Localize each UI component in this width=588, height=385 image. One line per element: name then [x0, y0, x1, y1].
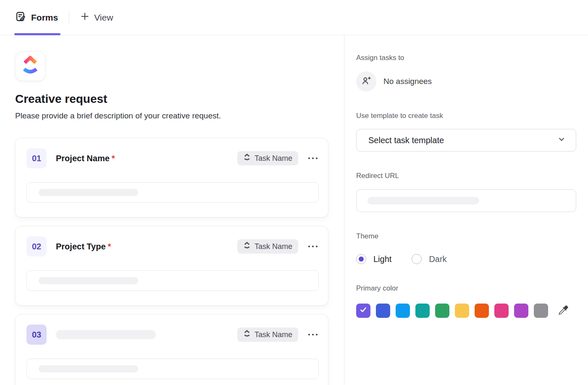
chevron-down-icon	[557, 135, 566, 145]
task-template-label: Use template to create task	[356, 112, 576, 120]
tab-add-view[interactable]: View	[80, 0, 113, 35]
more-options-button[interactable]	[307, 157, 319, 160]
form-settings-panel: Assign tasks to No assignees Use templat…	[344, 35, 588, 385]
field-number-badge: 03	[26, 325, 47, 345]
ellipsis-icon	[307, 333, 319, 336]
theme-option-dark[interactable]: Dark	[412, 254, 446, 264]
color-swatch-orange[interactable]	[475, 304, 489, 318]
field-answer-input[interactable]	[26, 270, 319, 291]
theme-option-light[interactable]: Light	[356, 254, 391, 264]
form-edit-icon	[15, 11, 26, 24]
ellipsis-icon	[307, 245, 319, 248]
theme-dark-label: Dark	[429, 254, 446, 264]
field-number-badge: 02	[26, 236, 47, 257]
task-template-value: Select task template	[368, 136, 557, 145]
theme-light-label: Light	[373, 254, 391, 264]
placeholder-skeleton	[39, 189, 138, 196]
field-title-skeleton	[56, 330, 156, 339]
theme-label: Theme	[356, 232, 576, 241]
more-options-button[interactable]	[307, 245, 319, 248]
color-swatch-gray[interactable]	[534, 304, 548, 318]
placeholder-skeleton	[39, 365, 138, 372]
form-logo-card	[15, 51, 45, 81]
radio-unselected-icon	[412, 254, 422, 264]
form-description: Please provide a brief description of yo…	[15, 111, 328, 120]
redirect-url-label: Redirect URL	[356, 172, 576, 180]
view-tabs-bar: Forms View	[0, 0, 588, 35]
ellipsis-icon	[307, 157, 319, 160]
redirect-url-input[interactable]	[356, 189, 576, 212]
color-swatch-purple-selected[interactable]	[356, 304, 370, 318]
eyedropper-button[interactable]	[559, 305, 568, 317]
person-plus-icon	[361, 75, 372, 88]
assign-tasks-section: Assign tasks to No assignees	[356, 54, 576, 92]
color-swatch-teal[interactable]	[415, 304, 430, 318]
field-number-badge: 01	[26, 148, 47, 168]
more-options-button[interactable]	[307, 333, 319, 336]
color-swatch-yellow[interactable]	[455, 304, 469, 318]
color-swatch-blue[interactable]	[396, 304, 410, 318]
required-asterisk: *	[112, 154, 115, 163]
clickup-stack-icon	[243, 153, 251, 164]
redirect-url-section: Redirect URL	[356, 172, 576, 212]
color-swatch-row	[356, 304, 576, 318]
eyedropper-icon	[559, 305, 568, 317]
form-preview-panel: Creative request Please provide a brief …	[0, 35, 344, 385]
form-field-card-02[interactable]: 02 Project Type* Task Name	[15, 226, 328, 306]
field-answer-input[interactable]	[26, 182, 319, 203]
field-answer-input[interactable]	[26, 359, 319, 379]
color-swatch-pink[interactable]	[494, 304, 509, 318]
tab-view-label: View	[94, 13, 113, 23]
form-title: Creative request	[15, 92, 328, 106]
tab-divider	[69, 11, 69, 24]
field-title: Project Name*	[56, 154, 115, 163]
form-field-card-01[interactable]: 01 Project Name* Task Name	[15, 138, 328, 217]
task-name-badge[interactable]: Task Name	[237, 239, 298, 254]
clickup-stack-icon	[243, 241, 251, 252]
primary-color-section: Primary color	[356, 284, 576, 318]
tab-forms[interactable]: Forms	[15, 0, 58, 35]
required-asterisk: *	[108, 242, 111, 251]
add-assignee-button[interactable]	[356, 71, 376, 92]
checkmark-icon	[359, 306, 368, 316]
task-name-badge[interactable]: Task Name	[237, 151, 298, 165]
task-template-select[interactable]: Select task template	[356, 129, 576, 152]
tab-forms-label: Forms	[31, 13, 58, 23]
clickup-logo-icon	[22, 56, 39, 77]
form-field-card-03[interactable]: 03 Task Name	[15, 314, 328, 385]
clickup-stack-icon	[243, 330, 251, 340]
task-name-badge[interactable]: Task Name	[237, 327, 298, 342]
field-title: Project Type*	[56, 242, 111, 251]
color-swatch-violet[interactable]	[514, 304, 528, 318]
color-swatch-green[interactable]	[435, 304, 449, 318]
task-template-section: Use template to create task Select task …	[356, 112, 576, 152]
active-tab-underline	[14, 33, 60, 35]
primary-color-label: Primary color	[356, 284, 576, 293]
placeholder-skeleton	[368, 197, 479, 204]
theme-section: Theme Light Dark	[356, 232, 576, 264]
plus-icon	[80, 12, 89, 23]
radio-selected-icon	[356, 254, 366, 264]
no-assignees-text: No assignees	[383, 77, 432, 86]
assign-tasks-label: Assign tasks to	[356, 54, 576, 62]
placeholder-skeleton	[39, 277, 138, 284]
color-swatch-royal-blue[interactable]	[376, 304, 390, 318]
